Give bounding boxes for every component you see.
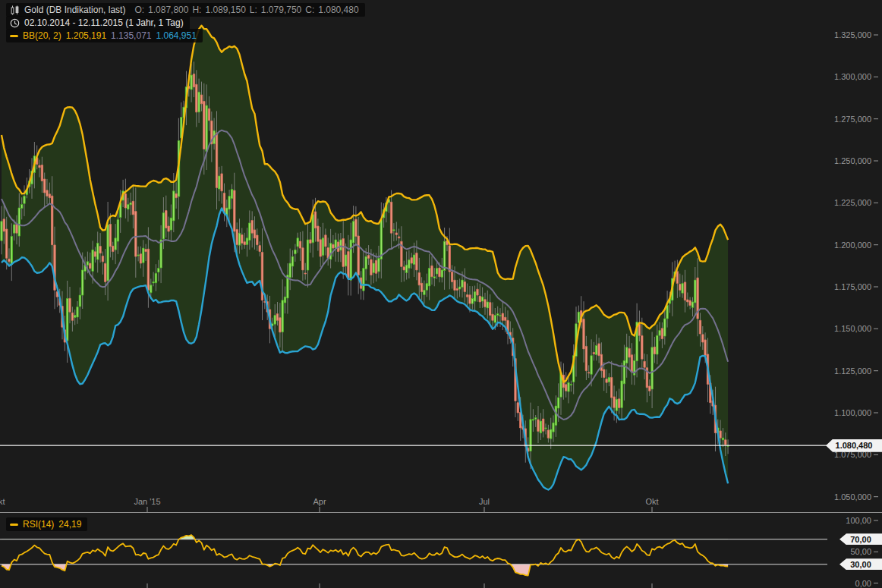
time-axis-label: Apr bbox=[293, 497, 346, 506]
rsi-name: RSI(14) bbox=[23, 519, 54, 530]
rsi-level-tag: 30,00 bbox=[839, 558, 882, 570]
ohlc-key: H: bbox=[192, 5, 201, 15]
price-axis-label: 1.325,000 bbox=[824, 30, 871, 39]
rsi-line bbox=[2, 535, 728, 576]
bollinger-legend[interactable]: BB(20, 2) 1.205,191 1.135,071 1.064,951 bbox=[6, 29, 203, 42]
ohlc-value: 1.087,800 bbox=[148, 5, 188, 15]
time-axis-label: Okt bbox=[0, 497, 25, 506]
ohlc-value: 1.079,750 bbox=[261, 5, 301, 15]
price-axis-label: 1.100,000 bbox=[824, 408, 871, 417]
price-axis-label: 1.200,000 bbox=[824, 241, 871, 250]
clock-icon bbox=[10, 18, 20, 28]
price-axis-label: 1.275,000 bbox=[824, 115, 871, 124]
rsi-axis-label: 50,00 bbox=[824, 547, 871, 556]
ohlc-readout: O:1.087,800H:1.089,150L:1.079,750C:1.080… bbox=[134, 5, 358, 15]
last-price-tag-value: 1.080,480 bbox=[836, 441, 873, 450]
rsi-overbought-fill bbox=[2, 535, 728, 576]
ohlc-key: O: bbox=[134, 5, 144, 15]
rsi-value: 24,19 bbox=[58, 519, 81, 530]
ohlc-value: 1.089,150 bbox=[205, 5, 245, 15]
rsi-oversold-fill bbox=[2, 535, 728, 576]
price-axis-label: 1.225,000 bbox=[824, 198, 871, 207]
bollinger-lower-value: 1.064,951 bbox=[156, 30, 196, 41]
rsi-level-tag: 70,00 bbox=[839, 533, 882, 545]
time-axis-label: Jan '15 bbox=[121, 497, 174, 506]
bollinger-middle-value: 1.135,071 bbox=[111, 30, 151, 41]
instrument-legend: Gold (DB Indikation, last) O:1.087,800H:… bbox=[6, 3, 365, 17]
chart-window: Gold (DB Indikation, last) O:1.087,800H:… bbox=[0, 0, 882, 588]
rsi-legend[interactable]: RSI(14) 24,19 bbox=[6, 517, 87, 531]
bollinger-upper-value: 1.205,191 bbox=[66, 30, 106, 41]
price-axis-label: 1.125,000 bbox=[824, 366, 871, 376]
last-price-tag: 1.080,480 bbox=[826, 439, 882, 452]
bollinger-name: BB(20, 2) bbox=[23, 30, 61, 41]
ohlc-value: 1.080,480 bbox=[318, 5, 358, 15]
price-axis-label: 1.050,000 bbox=[824, 492, 871, 502]
candlestick-icon bbox=[10, 5, 20, 15]
ohlc-key: C: bbox=[305, 5, 314, 15]
rsi-line-icon bbox=[10, 524, 18, 526]
time-axis-label: Jul bbox=[458, 497, 511, 506]
date-range-legend: 02.10.2014 - 12.11.2015 (1 Jahr, 1 Tag) bbox=[6, 16, 190, 30]
rsi-axis-label: 100,00 bbox=[824, 516, 871, 525]
time-axis-label: Okt bbox=[625, 497, 679, 506]
rsi-level-tag-value: 30,00 bbox=[850, 560, 871, 569]
price-axis-label: 1.250,000 bbox=[824, 156, 871, 165]
price-axis-label: 1.150,000 bbox=[824, 324, 871, 333]
main-pane[interactable] bbox=[0, 26, 827, 490]
ohlc-key: L: bbox=[250, 5, 257, 15]
price-axis-label: 1.175,000 bbox=[824, 282, 871, 291]
price-axis-label: 1.300,000 bbox=[824, 72, 871, 81]
instrument-name: Gold (DB Indikation, last) bbox=[24, 5, 125, 15]
rsi-level-tag-value: 70,00 bbox=[850, 535, 871, 544]
date-range-label: 02.10.2014 - 12.11.2015 (1 Jahr, 1 Tag) bbox=[24, 17, 184, 28]
bollinger-line-icon bbox=[10, 35, 18, 37]
rsi-pane[interactable] bbox=[0, 535, 827, 576]
rsi-axis-label: 0,00 bbox=[824, 579, 871, 588]
